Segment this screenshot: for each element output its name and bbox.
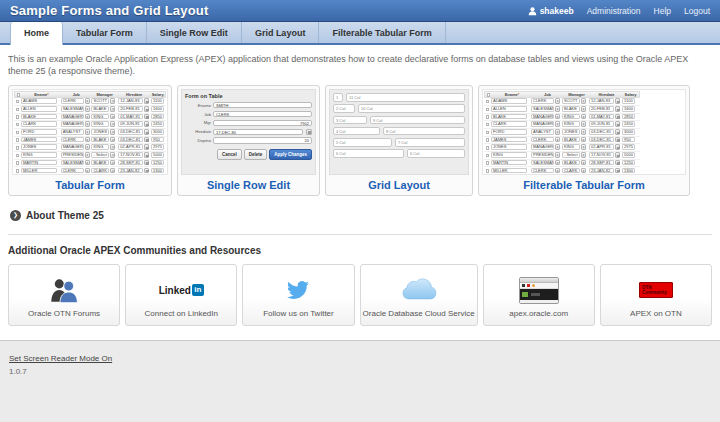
tabular-form-preview: Ename* Job Manager Hiredate Salary ADAMS… <box>12 89 168 175</box>
job-cell: SALESMAN <box>531 106 562 113</box>
job-cell: CLERK <box>531 98 562 105</box>
dropdown-icon <box>110 168 115 174</box>
ename-field: FORD <box>21 129 57 135</box>
checkbox-icon <box>16 146 20 150</box>
card-apex-on-otn[interactable]: OTN Community APEX on OTN <box>600 264 712 326</box>
hiredate-field: 20-FEB-81 <box>589 106 614 112</box>
otn-community-badge: OTN Community <box>639 282 673 298</box>
twitter-label[interactable]: Follow us on Twitter <box>263 309 334 318</box>
administration-link[interactable]: Administration <box>587 6 641 16</box>
cloud-service-label[interactable]: Oracle Database Cloud Service <box>363 309 475 318</box>
otn-badge-text: OTN Community <box>642 285 668 296</box>
dropdown-icon <box>85 129 90 135</box>
logout-link[interactable]: Logout <box>684 6 710 16</box>
help-link[interactable]: Help <box>654 6 671 16</box>
calendar-icon <box>615 114 620 120</box>
manager-select: KING <box>562 144 580 150</box>
ename-field: MARTIN <box>21 160 57 166</box>
checkbox-icon <box>486 161 490 165</box>
checkbox-icon <box>486 100 490 104</box>
ename-field: CLARK <box>21 121 57 127</box>
hiredate-field: 09-JUN-81 <box>118 121 143 127</box>
hiredate-cell: 03-DEC-81 <box>589 129 622 136</box>
form-buttons: Cancel Delete Apply Changes <box>185 149 312 160</box>
dropdown-icon <box>85 106 90 112</box>
checkbox-icon <box>486 123 490 127</box>
tab-grid-layout[interactable]: Grid Layout <box>242 22 320 43</box>
hiredate-cell: 02-APR-81 <box>589 144 622 151</box>
card-cloud-service[interactable]: Oracle Database Cloud Service <box>360 264 478 326</box>
ename-field: ADAMS <box>491 98 527 104</box>
page-title: Sample Forms and Grid Layout <box>10 3 208 18</box>
dropdown-icon <box>581 121 586 127</box>
job-select: CLERK <box>61 98 84 104</box>
emp-table-body: ADAMS CLERK SCOTT 12-JAN-83 1100 ALLEN S… <box>14 98 166 175</box>
card-filterable-tabular-form[interactable]: Ename* Job Manager Hiredate Salary ADAMS… <box>478 85 690 196</box>
filterable-tabular-form-link[interactable]: Filterable Tabular Form <box>482 175 686 192</box>
salary-cell: 2975 <box>151 144 166 151</box>
ename-cell: JAMES <box>491 137 531 144</box>
tab-home[interactable]: Home <box>10 22 63 45</box>
about-theme-region[interactable]: About Theme 25 <box>10 210 712 221</box>
checkbox-icon <box>486 138 490 142</box>
manager-select: JONES <box>562 129 580 135</box>
card-tabular-form[interactable]: Ename* Job Manager Hiredate Salary ADAMS… <box>8 85 172 196</box>
calendar-icon <box>615 160 620 166</box>
icon-area <box>48 271 80 309</box>
row-checkbox-cell <box>14 115 21 119</box>
emp-mini-table: Ename* Job Manager Hiredate Salary ADAMS… <box>14 91 166 175</box>
mgr-input: 7902 <box>213 120 312 126</box>
ename-field: ADAMS <box>21 98 57 104</box>
dropdown-icon <box>85 98 90 104</box>
apex-on-otn-label[interactable]: APEX on OTN <box>630 309 682 318</box>
tab-single-row-edit[interactable]: Single Row Edit <box>147 22 242 43</box>
tabular-form-link[interactable]: Tabular Form <box>12 175 168 192</box>
linkedin-logo: Linked in <box>159 284 204 296</box>
table-row: ADAMS CLERK SCOTT 12-JAN-83 1100 <box>14 98 166 106</box>
calendar-icon <box>144 106 149 112</box>
otn-forums-label[interactable]: Oracle OTN Forums <box>28 309 100 318</box>
hiredate-cell: 01-MAY-81 <box>589 114 622 121</box>
linkedin-label[interactable]: Connect on LinkedIn <box>145 309 218 318</box>
card-otn-forums[interactable]: Oracle OTN Forums <box>8 264 120 326</box>
job-label: Job <box>185 112 211 117</box>
card-twitter[interactable]: Follow us on Twitter <box>242 264 354 326</box>
grid-row: 3 Col 9 Col <box>333 116 465 125</box>
card-single-row-edit[interactable]: Form on Table Ename SMITH Job CLERK Mgr … <box>177 85 320 196</box>
app-version: 1.0.7 <box>9 367 711 376</box>
job-cell: MANAGER <box>531 144 562 151</box>
ename-cell: ALLEN <box>491 106 531 113</box>
hiredate-field: 03-DEC-81 <box>118 129 143 135</box>
grid-layout-link[interactable]: Grid Layout <box>329 175 469 192</box>
manager-cell: KING <box>91 114 118 121</box>
dropdown-icon <box>581 144 586 150</box>
tab-tabular-form[interactable]: Tabular Form <box>63 22 147 43</box>
screen-reader-mode-link[interactable]: Set Screen Reader Mode On <box>9 354 112 363</box>
manager-cell: - Select - <box>91 152 118 159</box>
dropdown-icon <box>555 152 560 158</box>
ename-field: JONES <box>491 144 527 150</box>
calendar-icon <box>615 137 620 143</box>
hiredate-field: 23-JAN-82 <box>118 168 143 174</box>
ename-cell: JONES <box>21 144 61 151</box>
calendar-icon <box>615 152 620 158</box>
row-checkbox-cell <box>484 146 491 150</box>
card-grid-layout[interactable]: 1 Col 11 Col 2 Col 10 Col 3 Col 9 Col 4 … <box>325 85 473 196</box>
salary-field: 2450 <box>622 121 635 127</box>
manager-select: BLAKE <box>91 137 109 143</box>
calendar-icon <box>615 168 620 174</box>
icon-area <box>519 271 559 309</box>
job-cell: CLERK <box>61 168 92 175</box>
manager-cell: KING <box>562 144 589 151</box>
hiredate-field: 02-APR-81 <box>118 144 143 150</box>
main-content: This is an example Oracle Application Ex… <box>0 45 720 340</box>
about-theme-label: About Theme 25 <box>26 210 104 221</box>
tab-filterable-tabular-form[interactable]: Filterable Tabular Form <box>319 22 445 43</box>
card-apex-oracle-com[interactable]: apex.oracle.com <box>483 264 595 326</box>
card-linkedin[interactable]: Linked in Connect on LinkedIn <box>125 264 237 326</box>
expand-chevron-icon[interactable] <box>10 210 21 221</box>
job-select: ANALYST <box>61 129 84 135</box>
single-row-edit-link[interactable]: Single Row Edit <box>181 175 316 192</box>
job-cell: MANAGER <box>61 144 92 151</box>
apex-oracle-label[interactable]: apex.oracle.com <box>509 309 568 318</box>
